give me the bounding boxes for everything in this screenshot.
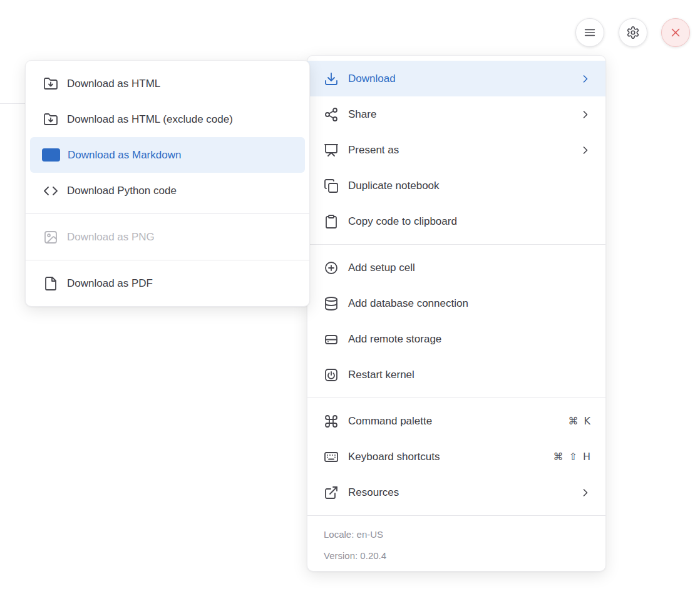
power-icon xyxy=(324,367,339,382)
menu-item-label: Download xyxy=(348,73,396,85)
menu-item-label: Command palette xyxy=(348,415,432,428)
menu-item-download[interactable]: Download xyxy=(307,61,605,96)
menu-divider xyxy=(26,260,309,260)
menu-item-label: Add setup cell xyxy=(348,262,415,274)
menu-item-label: Download as PNG xyxy=(67,231,155,244)
close-button[interactable] xyxy=(661,18,690,47)
menu-item-label: Add remote storage xyxy=(348,333,441,346)
submenu-item-download-markdown[interactable]: M↓ Download as Markdown xyxy=(30,137,305,173)
menu-item-add-setup-cell[interactable]: Add setup cell xyxy=(307,250,605,285)
menu-item-share[interactable]: Share xyxy=(307,96,605,132)
chevron-right-icon xyxy=(579,73,592,85)
submenu-item-download-html-exclude-code[interactable]: Download as HTML (exclude code) xyxy=(30,101,305,137)
menu-item-label: Keyboard shortcuts xyxy=(348,451,440,463)
submenu-item-download-python[interactable]: Download Python code xyxy=(30,173,305,208)
menu-item-add-remote-storage[interactable]: Add remote storage xyxy=(307,321,605,357)
keyboard-icon xyxy=(324,449,339,465)
download-icon xyxy=(324,71,339,86)
code-icon xyxy=(43,183,58,198)
menu-footer: Locale: en-US Version: 0.20.4 xyxy=(307,521,605,571)
menu-item-label: Present as xyxy=(348,144,399,157)
download-submenu: Download as HTML Download as HTML (exclu… xyxy=(25,60,310,307)
menu-item-keyboard-shortcuts[interactable]: Keyboard shortcuts ⌘ ⇧ H xyxy=(307,439,605,475)
submenu-item-download-png: Download as PNG xyxy=(30,219,305,255)
menu-item-label: Download as PDF xyxy=(67,277,153,290)
submenu-item-download-html[interactable]: Download as HTML xyxy=(30,66,305,101)
menu-item-label: Download as HTML xyxy=(67,78,160,90)
menu-item-label: Resources xyxy=(348,486,399,499)
folder-download-icon xyxy=(43,76,58,91)
external-link-icon xyxy=(324,485,339,500)
menu-item-label: Duplicate notebook xyxy=(348,180,440,192)
file-icon xyxy=(43,276,58,291)
main-menu: Download Share Present as Duplicate note… xyxy=(307,55,606,572)
menu-item-add-database-connection[interactable]: Add database connection xyxy=(307,285,605,321)
menu-item-label: Download as Markdown xyxy=(68,149,181,162)
page-divider-line xyxy=(0,103,26,104)
menu-item-label: Add database connection xyxy=(348,297,468,310)
share-icon xyxy=(324,107,339,122)
chevron-right-icon xyxy=(579,144,592,157)
menu-divider xyxy=(307,398,605,398)
menu-divider xyxy=(307,244,605,245)
menu-item-command-palette[interactable]: Command palette ⌘ K xyxy=(307,403,605,439)
menu-item-label: Download Python code xyxy=(67,185,177,197)
settings-button[interactable] xyxy=(619,18,647,47)
menu-item-resources[interactable]: Resources xyxy=(307,475,605,510)
keyboard-shortcut-hint: ⌘ K xyxy=(568,415,592,427)
markdown-icon: M↓ xyxy=(42,148,60,162)
duplicate-icon xyxy=(324,178,339,193)
menu-item-duplicate-notebook[interactable]: Duplicate notebook xyxy=(307,168,605,203)
menu-item-label: Download as HTML (exclude code) xyxy=(67,113,233,126)
presentation-icon xyxy=(324,143,339,158)
command-icon xyxy=(324,414,339,429)
notebook-menu-button[interactable] xyxy=(575,18,604,47)
menu-item-label: Share xyxy=(348,108,376,121)
plus-circle-icon xyxy=(324,260,339,275)
menu-item-copy-code[interactable]: Copy code to clipboard xyxy=(307,203,605,239)
keyboard-shortcut-hint: ⌘ ⇧ H xyxy=(553,451,592,463)
menu-item-restart-kernel[interactable]: Command palette Restart kernel xyxy=(307,357,605,393)
menu-divider xyxy=(307,515,605,516)
image-icon xyxy=(43,230,58,245)
settings-gear-icon xyxy=(626,26,640,39)
locale-text: Locale: en-US xyxy=(307,523,605,545)
chevron-right-icon xyxy=(579,108,592,121)
chevron-right-icon xyxy=(579,486,592,499)
database-icon xyxy=(324,296,339,311)
menu-item-label: Copy code to clipboard xyxy=(348,215,457,228)
menu-item-present-as[interactable]: Present as xyxy=(307,132,605,168)
menu-item-label: Restart kernel xyxy=(348,369,414,381)
menu-divider xyxy=(26,213,309,214)
close-icon xyxy=(669,26,682,39)
submenu-item-download-pdf[interactable]: Download as PDF xyxy=(30,265,305,301)
hamburger-menu-icon xyxy=(583,26,597,39)
version-text: Version: 0.20.4 xyxy=(307,545,605,566)
hard-drive-icon xyxy=(324,332,339,347)
folder-download-icon xyxy=(43,112,58,127)
clipboard-icon xyxy=(324,214,339,229)
